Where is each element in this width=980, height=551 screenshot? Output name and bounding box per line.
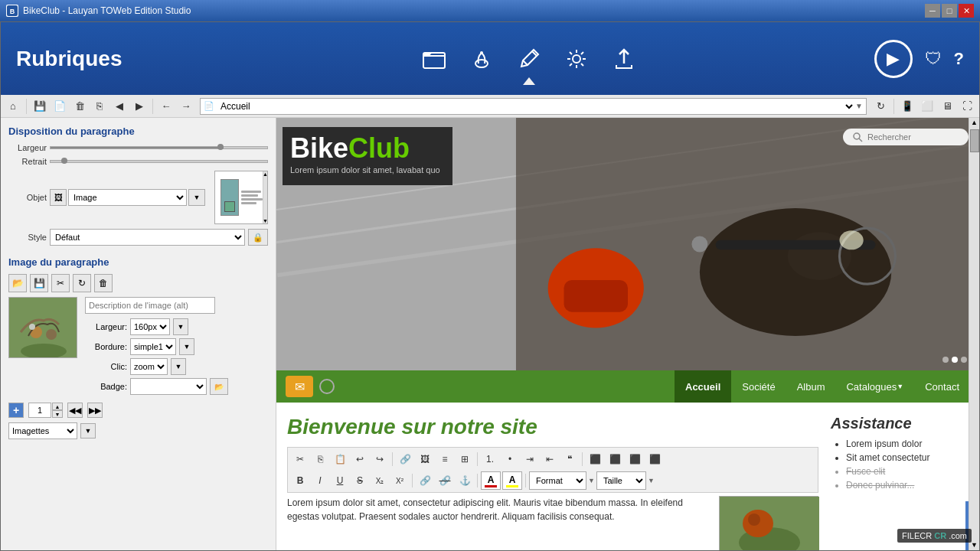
desktop-view-button[interactable]: 🖥 bbox=[938, 97, 956, 116]
ed-strike-btn[interactable]: S bbox=[351, 471, 369, 490]
objet-dropdown-btn[interactable]: ▼ bbox=[188, 189, 205, 206]
delete-page-button[interactable]: 🗑 bbox=[70, 97, 89, 116]
dot-1[interactable] bbox=[942, 357, 949, 363]
refresh-button[interactable]: ↻ bbox=[871, 97, 890, 116]
clic-dropdown[interactable]: ▼ bbox=[171, 358, 186, 375]
save-toolbar-button[interactable]: 💾 bbox=[31, 97, 49, 116]
address-dropdown-icon[interactable]: ▼ bbox=[855, 102, 863, 110]
home-toolbar-button[interactable]: ⌂ bbox=[4, 97, 22, 116]
ed-bold-btn[interactable]: B bbox=[291, 471, 309, 490]
browser-back-button[interactable]: ← bbox=[157, 97, 175, 116]
ed-font-color-btn[interactable]: A bbox=[481, 471, 501, 490]
delete-image-btn[interactable]: 🗑 bbox=[94, 274, 113, 292]
taille-select[interactable]: Taille bbox=[596, 471, 646, 490]
nav-link-contact[interactable]: Contact bbox=[914, 370, 970, 403]
imagettes-select[interactable]: Imagettes bbox=[8, 422, 77, 439]
nav-link-catalogues[interactable]: Catalogues bbox=[835, 370, 914, 403]
style-select[interactable]: Défaut bbox=[50, 229, 245, 246]
close-button[interactable]: ✕ bbox=[959, 4, 974, 18]
folder-nav-button[interactable] bbox=[422, 47, 446, 71]
nav-link-societe[interactable]: Société bbox=[731, 370, 786, 403]
address-select[interactable]: Accueil bbox=[217, 100, 855, 112]
gear-nav-button[interactable] bbox=[564, 47, 589, 71]
browser-forward-button[interactable]: → bbox=[177, 97, 195, 116]
ed-link-btn[interactable]: 🔗 bbox=[396, 450, 414, 468]
ed-table-btn[interactable]: ⊞ bbox=[456, 450, 474, 468]
new-page-button[interactable]: 📄 bbox=[51, 97, 69, 116]
dot-3[interactable] bbox=[961, 357, 967, 363]
ed-link2-btn[interactable]: 🔗 bbox=[416, 471, 434, 490]
clic-select[interactable]: zoom bbox=[130, 358, 168, 375]
open-image-btn[interactable]: 📂 bbox=[8, 274, 27, 292]
paint-nav-button[interactable] bbox=[469, 47, 494, 71]
help-button[interactable]: ? bbox=[954, 49, 964, 69]
img-largeur-select[interactable]: 160px bbox=[130, 318, 170, 335]
shield-button[interactable]: 🛡 bbox=[925, 49, 942, 69]
img-largeur-dropdown[interactable]: ▼ bbox=[173, 318, 188, 335]
pencil-nav-button[interactable] bbox=[517, 47, 541, 71]
crop-image-btn[interactable]: ✂ bbox=[51, 274, 70, 292]
bordure-dropdown[interactable]: ▼ bbox=[179, 338, 194, 355]
move-left-button[interactable]: ◀ bbox=[110, 97, 129, 116]
ed-sup-btn[interactable]: X² bbox=[390, 471, 409, 490]
scroll-up-btn[interactable]: ▲ bbox=[969, 118, 979, 128]
ed-align-justify-btn[interactable]: ⬛ bbox=[645, 450, 664, 468]
counter-up-btn[interactable]: ▲ bbox=[52, 403, 63, 410]
badge-folder-btn[interactable]: 📂 bbox=[210, 378, 228, 395]
ed-ul-btn[interactable]: • bbox=[501, 450, 519, 468]
objet-select[interactable]: Image bbox=[68, 189, 187, 206]
ed-cut-btn[interactable]: ✂ bbox=[291, 450, 309, 468]
move-right-button[interactable]: ▶ bbox=[130, 97, 149, 116]
ed-align-center-btn[interactable]: ⬛ bbox=[606, 450, 624, 468]
badge-select[interactable] bbox=[130, 378, 207, 395]
next-image-btn[interactable]: ▶▶ bbox=[87, 403, 103, 418]
ed-indent-btn[interactable]: ⇥ bbox=[521, 450, 539, 468]
add-image-button[interactable]: + bbox=[8, 403, 24, 418]
right-scrollbar[interactable]: ▲ ▼ bbox=[969, 118, 979, 550]
nav-toggle[interactable] bbox=[319, 379, 335, 394]
ed-bg-color-btn[interactable]: A bbox=[502, 471, 522, 490]
ed-quote-btn[interactable]: ❝ bbox=[560, 450, 579, 468]
tablet-view-button[interactable]: ⬜ bbox=[918, 97, 936, 116]
nav-email-icon[interactable]: ✉ bbox=[286, 376, 313, 397]
ed-align-right-btn[interactable]: ⬛ bbox=[626, 450, 644, 468]
ed-outdent-btn[interactable]: ⇤ bbox=[541, 450, 559, 468]
prev-image-btn[interactable]: ◀◀ bbox=[67, 403, 83, 418]
ed-ol-btn[interactable]: 1. bbox=[481, 450, 499, 468]
mobile-view-button[interactable]: 📱 bbox=[898, 97, 916, 116]
ed-underline-btn[interactable]: U bbox=[331, 471, 349, 490]
ed-redo-btn[interactable]: ↪ bbox=[371, 450, 389, 468]
bordure-select[interactable]: simple1 bbox=[130, 338, 176, 355]
nav-link-album[interactable]: Album bbox=[786, 370, 836, 403]
counter-down-btn[interactable]: ▼ bbox=[52, 410, 63, 418]
ed-sub-btn[interactable]: X₂ bbox=[371, 471, 389, 490]
dot-2[interactable] bbox=[952, 357, 958, 363]
ed-align-left-btn[interactable]: ⬛ bbox=[586, 450, 604, 468]
refresh-image-btn[interactable]: ↻ bbox=[73, 274, 91, 292]
image-counter-input[interactable] bbox=[28, 403, 51, 418]
ed-unlink-btn[interactable]: 🔗 bbox=[436, 471, 454, 490]
imagettes-dropdown[interactable]: ▼ bbox=[80, 423, 96, 439]
search-input[interactable] bbox=[867, 132, 959, 142]
ed-paste-btn[interactable]: 📋 bbox=[331, 450, 349, 468]
maximize-button[interactable]: □ bbox=[942, 4, 957, 18]
format-select[interactable]: Format bbox=[529, 471, 586, 490]
ed-image-btn[interactable]: 🖼 bbox=[416, 450, 434, 468]
style-lock-btn[interactable]: 🔒 bbox=[248, 229, 268, 246]
fullscreen-button[interactable]: ⛶ bbox=[958, 97, 976, 116]
play-button[interactable]: ▶ bbox=[874, 40, 913, 78]
objet-icon-btn[interactable]: 🖼 bbox=[50, 189, 67, 206]
minimize-button[interactable]: ─ bbox=[925, 4, 940, 18]
ed-copy-btn[interactable]: ⎘ bbox=[311, 450, 329, 468]
upload-nav-button[interactable] bbox=[612, 47, 636, 71]
scroll-thumb[interactable] bbox=[970, 129, 979, 152]
save-image-btn[interactable]: 💾 bbox=[30, 274, 48, 292]
retrait-slider[interactable] bbox=[50, 160, 268, 163]
largeur-slider[interactable] bbox=[50, 146, 268, 149]
ed-undo-btn[interactable]: ↩ bbox=[351, 450, 369, 468]
image-alt-input[interactable] bbox=[85, 297, 215, 314]
ed-align-center[interactable]: ≡ bbox=[436, 450, 454, 468]
copy-page-button[interactable]: ⎘ bbox=[90, 97, 109, 116]
ed-anchor-btn[interactable]: ⚓ bbox=[456, 471, 474, 490]
ed-italic-btn[interactable]: I bbox=[311, 471, 329, 490]
